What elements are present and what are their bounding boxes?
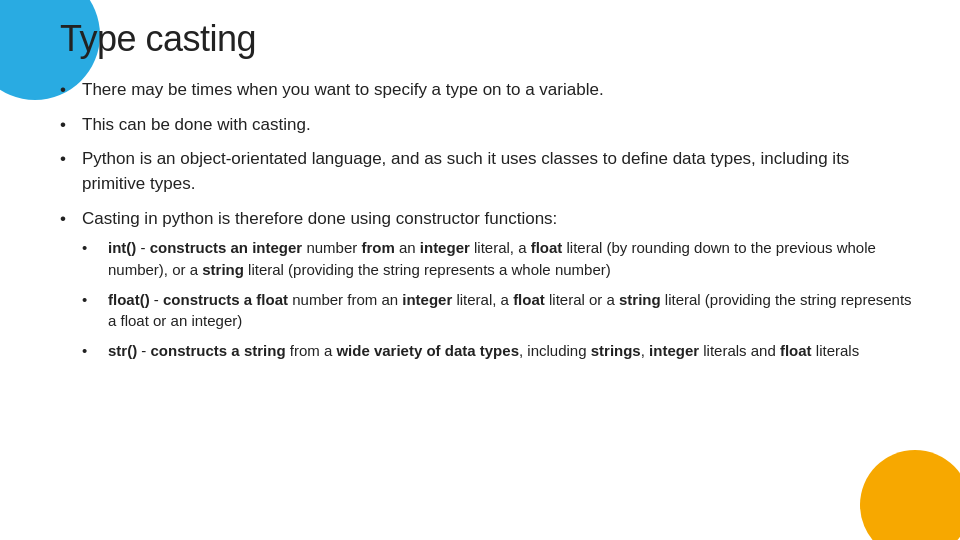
main-bullet-list: There may be times when you want to spec…: [60, 78, 912, 362]
sub-bullet-item-3: str() - constructs a string from a wide …: [82, 340, 912, 362]
sub-bullet-item-1: int() - constructs an integer number fro…: [82, 237, 912, 281]
sub-bullet-2-text: float() - constructs a float number from…: [108, 291, 912, 330]
bullet-4-text: Casting in python is therefore done usin…: [82, 209, 557, 228]
sub-bullet-3-text: str() - constructs a string from a wide …: [108, 342, 859, 359]
sub-bullet-list: int() - constructs an integer number fro…: [82, 237, 912, 362]
bullet-item-2: This can be done with casting.: [60, 113, 912, 138]
bullet-item-4: Casting in python is therefore done usin…: [60, 207, 912, 362]
page-title: Type casting: [60, 18, 912, 60]
blob-bottom-right: [860, 450, 960, 540]
sub-bullet-item-2: float() - constructs a float number from…: [82, 289, 912, 333]
bullet-3-text: Python is an object-orientated language,…: [82, 149, 849, 193]
bullet-2-text: This can be done with casting.: [82, 115, 311, 134]
bullet-item-3: Python is an object-orientated language,…: [60, 147, 912, 196]
bullet-1-text: There may be times when you want to spec…: [82, 80, 604, 99]
main-content: Type casting There may be times when you…: [0, 0, 960, 390]
bullet-item-1: There may be times when you want to spec…: [60, 78, 912, 103]
sub-bullet-1-text: int() - constructs an integer number fro…: [108, 239, 876, 278]
